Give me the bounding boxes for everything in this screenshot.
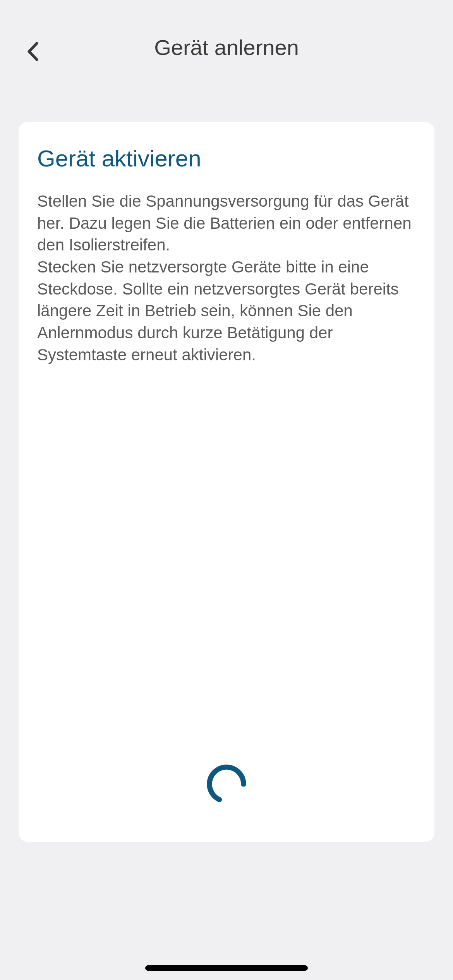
back-button[interactable]: [23, 42, 43, 61]
instruction-card: Gerät aktivieren Stellen Sie die Spannun…: [19, 122, 434, 842]
loading-spinner: [205, 763, 248, 807]
chevron-left-icon: [27, 41, 39, 62]
card-title: Gerät aktivieren: [37, 145, 416, 172]
page-title: Gerät anlernen: [154, 35, 299, 60]
spinner-icon: [205, 763, 248, 805]
header: Gerät anlernen: [0, 0, 453, 75]
svg-point-0: [209, 767, 244, 801]
card-body: Stellen Sie die Spannungsversorgung für …: [37, 190, 416, 366]
home-indicator[interactable]: [145, 965, 308, 971]
